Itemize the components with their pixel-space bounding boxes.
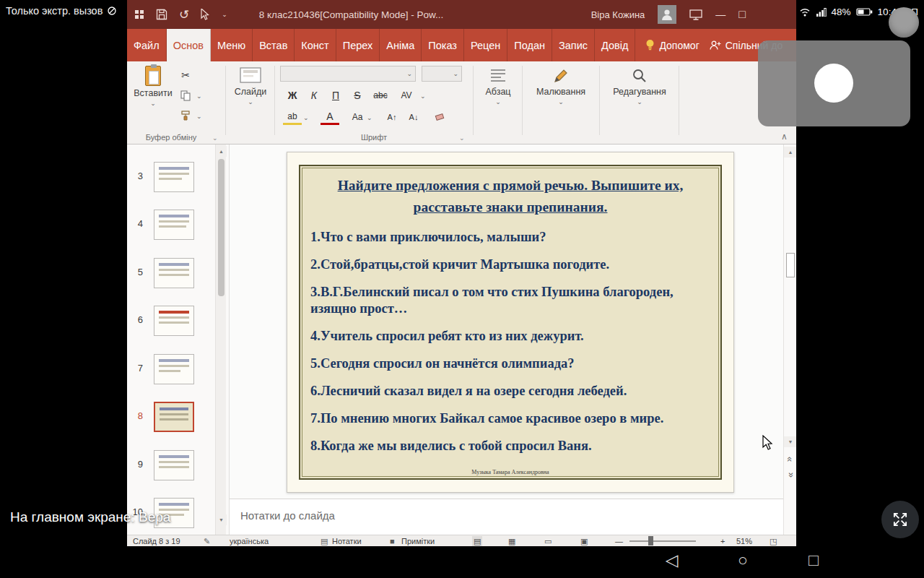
undo-icon[interactable]: ↺ (179, 7, 189, 22)
scrollbar-thumb[interactable] (218, 159, 225, 296)
chevron-down-icon[interactable]: ⌄ (196, 93, 202, 99)
slide-content[interactable]: Найдите предложения с прямой речью. Выпи… (299, 165, 722, 480)
nav-home-button[interactable]: ○ (738, 551, 748, 570)
tab-animations[interactable]: Аніма (380, 29, 422, 61)
tab-review[interactable]: Рецен (464, 29, 507, 61)
zoom-in-button[interactable]: + (720, 536, 725, 546)
slide-list-item[interactable]: 8.Когда же мы виделись с тобой спросил В… (310, 438, 710, 454)
editor-scrollbar[interactable]: ▲ ▼ « « (783, 144, 796, 535)
cut-button[interactable]: ✂ (176, 67, 195, 83)
notes-toggle-button[interactable]: Нотатки (332, 536, 362, 546)
help-button[interactable]: Допомог (645, 29, 699, 61)
reading-view-button[interactable]: ▭ (544, 536, 552, 546)
grow-font-button[interactable]: А↑ (383, 109, 401, 125)
character-spacing-button[interactable]: AV (396, 87, 417, 103)
qat-dropdown-icon[interactable]: ⌄ (222, 12, 227, 17)
pen-icon[interactable]: ✎ (204, 536, 210, 546)
tab-transitions[interactable]: Перех (336, 29, 380, 61)
previous-slide-button[interactable]: « (785, 452, 796, 465)
chevron-down-icon[interactable]: ⌄ (196, 113, 202, 119)
italic-button[interactable]: К (305, 87, 323, 103)
thumbnail-scrollbar[interactable]: ▲ ▼ (215, 144, 226, 535)
slide-list-item[interactable]: 2.Стой,братцы,стой кричит Мартышка погод… (310, 256, 710, 273)
slide-list-item[interactable]: 5.Сегодня спросил он начнётся олимпиада? (310, 355, 710, 372)
next-slide-button[interactable]: « (785, 468, 796, 481)
zoom-out-button[interactable]: — (615, 536, 623, 546)
slide-list-item[interactable]: 7.По мнению многих Байкал самое красивое… (310, 410, 710, 427)
avatar[interactable] (658, 5, 676, 24)
slide-title[interactable]: Найдите предложения с прямой речью. Выпи… (308, 175, 713, 218)
nav-recents-button[interactable]: □ (808, 551, 819, 570)
zoom-slider-thumb[interactable] (648, 536, 653, 545)
slide-list-item[interactable]: 1.Что с вами приключилось, малыши? (310, 229, 710, 246)
tab-help[interactable]: Довід (595, 29, 635, 61)
notes-pane[interactable]: Нотатки до слайда (230, 499, 783, 535)
slides-button[interactable]: Слайди ⌄ (228, 67, 273, 105)
font-size-combo[interactable]: ⌄ (422, 66, 462, 82)
slide-sorter-view-button[interactable]: ▦ (508, 536, 515, 546)
tab-design[interactable]: Конст (295, 29, 336, 61)
touch-mode-icon[interactable] (201, 9, 210, 20)
tab-view[interactable]: Подан (507, 29, 552, 61)
comments-toggle-button[interactable]: Примітки (401, 536, 435, 546)
drawing-button[interactable]: Малювання ⌄ (528, 67, 593, 105)
slide-thumbnail-3[interactable] (154, 162, 194, 192)
underline-button[interactable]: П (326, 87, 345, 103)
tab-slideshow[interactable]: Показ (422, 29, 464, 61)
slide-thumbnail-8-selected[interactable] (154, 402, 194, 432)
highlight-button[interactable]: ab (283, 109, 302, 125)
scroll-up-icon[interactable]: ▲ (784, 147, 796, 158)
bold-button[interactable]: Ж (283, 87, 302, 103)
tab-record[interactable]: Запис (552, 29, 595, 61)
slideshow-view-button[interactable]: ▣ (580, 536, 588, 546)
language-indicator[interactable]: українська (230, 536, 269, 546)
slide-list-item[interactable]: 3.В.Г.Белинский писал о том что стих Пуш… (310, 284, 710, 317)
slide-list-item[interactable]: 4.Учитель спросил ребят кто из них дежур… (310, 328, 710, 345)
chevron-down-icon[interactable]: ⌄ (303, 115, 309, 121)
minimize-button[interactable]: — (715, 9, 725, 20)
scroll-down-icon[interactable]: ▼ (784, 436, 796, 447)
shrink-font-button[interactable]: А↓ (404, 109, 423, 125)
slide-list-item[interactable]: 6.Лесничий сказал видел я на озере сегод… (310, 383, 710, 400)
present-icon[interactable] (689, 9, 702, 20)
format-painter-button[interactable] (176, 108, 195, 124)
scroll-up-icon[interactable]: ▲ (216, 146, 227, 157)
editing-button[interactable]: Редагування ⌄ (605, 67, 674, 105)
tab-menu[interactable]: Меню (211, 29, 253, 61)
dialog-launcher-icon[interactable]: ⌄ (459, 134, 465, 142)
nav-back-button[interactable]: ◁ (666, 551, 679, 570)
dialog-launcher-icon[interactable]: ⌄ (212, 134, 218, 142)
tab-file[interactable]: Файл (127, 29, 167, 61)
slide-thumbnail-6[interactable] (154, 306, 194, 336)
restore-button[interactable]: □ (738, 8, 746, 21)
copy-button[interactable] (176, 87, 195, 103)
chevron-down-icon[interactable]: ⌄ (420, 93, 426, 99)
slide-thumbnail-9[interactable] (154, 450, 194, 480)
clear-formatting-button[interactable] (430, 109, 449, 125)
paste-button[interactable]: Вставити ⌄ (131, 66, 175, 106)
tab-home[interactable]: Основ (167, 29, 211, 61)
slide-thumbnail-7[interactable] (154, 354, 194, 384)
collapse-share-button[interactable] (881, 501, 919, 538)
abc-strike-button[interactable]: abc (368, 87, 393, 103)
chevron-down-icon[interactable]: ⌄ (367, 115, 372, 121)
fit-to-window-button[interactable]: ◳ (770, 536, 777, 546)
change-case-button[interactable]: Aa (348, 109, 367, 125)
floating-video-panel[interactable] (758, 40, 910, 126)
zoom-slider-track[interactable] (629, 540, 696, 542)
app-grid-icon[interactable] (134, 9, 144, 20)
paragraph-button[interactable]: Абзац ⌄ (476, 67, 520, 105)
floating-bubble[interactable] (889, 7, 919, 38)
scrollbar-thumb[interactable] (786, 253, 795, 277)
zoom-percent[interactable]: 51% (736, 536, 752, 546)
strikethrough-button[interactable]: S (348, 87, 367, 103)
font-name-combo[interactable]: ⌄ (280, 66, 416, 82)
slide-thumbnail-4[interactable] (154, 210, 194, 240)
tab-insert[interactable]: Встав (253, 29, 295, 61)
normal-view-button[interactable]: ▤ (472, 536, 482, 546)
scroll-down-icon[interactable]: ▼ (216, 514, 227, 525)
slide-thumbnail-5[interactable] (154, 258, 194, 288)
save-icon[interactable] (156, 9, 167, 20)
font-color-button[interactable]: A (321, 109, 339, 125)
collapse-ribbon-button[interactable]: ∧ (781, 131, 788, 142)
